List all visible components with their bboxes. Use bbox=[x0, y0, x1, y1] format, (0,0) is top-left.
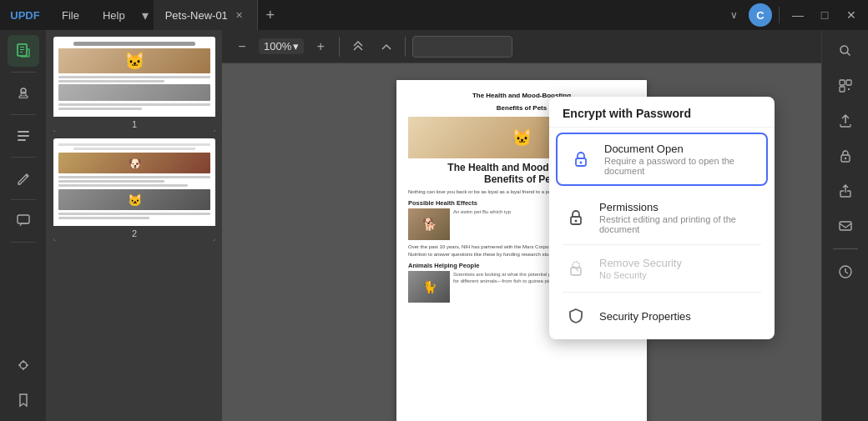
svg-line-16 bbox=[573, 266, 578, 271]
sidebar-list-icon[interactable] bbox=[8, 120, 39, 152]
sidebar-edit-icon[interactable] bbox=[8, 163, 39, 194]
dropdown-item-permissions-subtitle: Restrict editing and printing of the doc… bbox=[599, 214, 761, 234]
sidebar-separator-4 bbox=[11, 199, 36, 200]
active-tab[interactable]: Pets-New-01 ✕ bbox=[154, 0, 258, 30]
thumb-image-1: 🐱 bbox=[58, 48, 210, 73]
thumb-text-4 bbox=[58, 108, 142, 110]
svg-rect-7 bbox=[18, 135, 29, 137]
dropdown-header: Encrypt with Password bbox=[549, 97, 775, 128]
app-logo: UPDF bbox=[0, 9, 50, 22]
tab-label: Pets-New-01 bbox=[165, 9, 228, 22]
svg-rect-18 bbox=[840, 80, 845, 85]
encrypt-dropdown-menu: Encrypt with Password Document Open Requ… bbox=[549, 97, 775, 339]
svg-rect-21 bbox=[848, 88, 850, 90]
doc-col-image-1: 🐕 bbox=[408, 208, 450, 240]
thumb-content-1: 🐱 bbox=[53, 37, 215, 117]
content-wrap: − 100% ▾ + The bbox=[222, 30, 821, 421]
new-tab-button[interactable]: + bbox=[258, 3, 283, 28]
thumb-text-1 bbox=[58, 76, 210, 78]
tab-close-button[interactable]: ✕ bbox=[233, 8, 245, 23]
right-share-icon[interactable] bbox=[830, 175, 861, 207]
toolbar: − 100% ▾ + bbox=[222, 30, 821, 63]
nav-up-button[interactable] bbox=[375, 35, 398, 58]
nav-top-button[interactable] bbox=[346, 35, 370, 58]
svg-point-12 bbox=[580, 162, 583, 164]
dropdown-item-permissions-title: Permissions bbox=[599, 201, 761, 213]
sidebar-separator-1 bbox=[11, 72, 36, 73]
thumb2-t4 bbox=[58, 180, 164, 183]
sidebar-stamp-icon[interactable] bbox=[8, 78, 39, 109]
sidebar-left bbox=[0, 30, 47, 421]
svg-rect-20 bbox=[840, 87, 845, 92]
svg-rect-6 bbox=[18, 131, 29, 133]
lock-remove-icon bbox=[563, 255, 589, 282]
sidebar-separator-3 bbox=[11, 157, 36, 158]
dropdown-item-document-open-title: Document Open bbox=[604, 143, 756, 155]
right-protect-icon[interactable] bbox=[830, 140, 861, 172]
toolbar-separator-2 bbox=[405, 37, 406, 57]
document-view[interactable]: The Health and Mood-Boosting Benefits of… bbox=[222, 63, 821, 421]
sidebar-bookmark-icon[interactable] bbox=[8, 384, 39, 416]
thumb-text-2 bbox=[58, 80, 164, 83]
dropdown-item-security-properties[interactable]: Security Properties bbox=[549, 293, 775, 339]
close-button[interactable]: ✕ bbox=[840, 3, 863, 27]
thumb2-img2: 🐱 bbox=[58, 189, 210, 210]
dropdown-item-permissions[interactable]: Permissions Restrict editing and printin… bbox=[549, 191, 775, 244]
sidebar-comment-icon[interactable] bbox=[8, 205, 39, 237]
titlebar-separator bbox=[779, 7, 780, 23]
thumb2-t3 bbox=[58, 176, 210, 178]
chevron-down-icon[interactable]: ∨ bbox=[722, 3, 745, 27]
tab-dropdown-arrow[interactable]: ▾ bbox=[137, 8, 154, 23]
user-avatar[interactable]: C bbox=[749, 3, 772, 27]
maximize-button[interactable]: □ bbox=[813, 3, 836, 27]
sidebar-document-icon[interactable] bbox=[8, 35, 39, 67]
thumbnail-page-1[interactable]: 🐱 1 bbox=[53, 37, 215, 132]
right-separator bbox=[833, 248, 858, 249]
svg-rect-3 bbox=[20, 52, 23, 53]
dropdown-item-remove-security[interactable]: Remove Security No Security bbox=[549, 245, 775, 292]
thumb-text-3 bbox=[58, 103, 210, 106]
svg-rect-5 bbox=[19, 96, 28, 98]
dropdown-item-document-open[interactable]: Document Open Require a password to open… bbox=[556, 133, 768, 186]
thumb2-img: 🐶 bbox=[58, 153, 210, 173]
right-scan-icon[interactable] bbox=[830, 70, 861, 102]
svg-point-14 bbox=[575, 220, 578, 223]
thumb2-t1 bbox=[58, 143, 210, 146]
svg-rect-1 bbox=[20, 47, 24, 48]
right-history-icon[interactable] bbox=[830, 256, 861, 288]
zoom-out-button[interactable]: − bbox=[230, 35, 254, 58]
thumbnail-page-2[interactable]: 🐶 🐱 2 bbox=[53, 138, 215, 241]
shield-icon bbox=[563, 303, 589, 329]
right-export-icon[interactable] bbox=[830, 105, 861, 137]
svg-rect-9 bbox=[18, 215, 29, 223]
menu-bar: File Help bbox=[50, 0, 137, 30]
zoom-level-text: 100% bbox=[264, 40, 291, 53]
svg-point-23 bbox=[844, 158, 845, 159]
svg-rect-24 bbox=[840, 222, 851, 230]
right-email-icon[interactable] bbox=[830, 210, 861, 242]
right-search-icon[interactable] bbox=[830, 35, 861, 67]
sidebar-layers-icon[interactable] bbox=[8, 349, 39, 381]
thumb-page-label-2: 2 bbox=[53, 226, 215, 241]
dropdown-item-permissions-text: Permissions Restrict editing and printin… bbox=[599, 201, 761, 234]
menu-help[interactable]: Help bbox=[91, 0, 137, 30]
lock-outline-icon bbox=[563, 204, 589, 231]
security-toolbar-box[interactable] bbox=[412, 36, 512, 58]
zoom-in-button[interactable]: + bbox=[309, 35, 332, 58]
svg-rect-8 bbox=[18, 139, 26, 141]
zoom-dropdown-arrow[interactable]: ▾ bbox=[293, 40, 299, 53]
sidebar-separator-2 bbox=[11, 114, 36, 115]
menu-file[interactable]: File bbox=[50, 0, 91, 30]
svg-rect-2 bbox=[20, 49, 24, 50]
zoom-area: 100% ▾ bbox=[259, 38, 304, 54]
titlebar-right-controls: ∨ C — □ ✕ bbox=[722, 3, 863, 27]
dropdown-item-document-open-subtitle: Require a password to open the document bbox=[604, 156, 756, 176]
thumb-page-label-1: 1 bbox=[53, 117, 215, 132]
thumb2-t5 bbox=[58, 184, 188, 187]
titlebar: UPDF File Help ▾ Pets-New-01 ✕ + ∨ C — □… bbox=[0, 0, 868, 30]
minimize-button[interactable]: — bbox=[786, 3, 810, 27]
sidebar-separator-5 bbox=[11, 242, 36, 243]
sidebar-right bbox=[821, 30, 868, 421]
dropdown-item-remove-security-title: Remove Security bbox=[599, 257, 761, 269]
svg-rect-19 bbox=[846, 80, 851, 85]
